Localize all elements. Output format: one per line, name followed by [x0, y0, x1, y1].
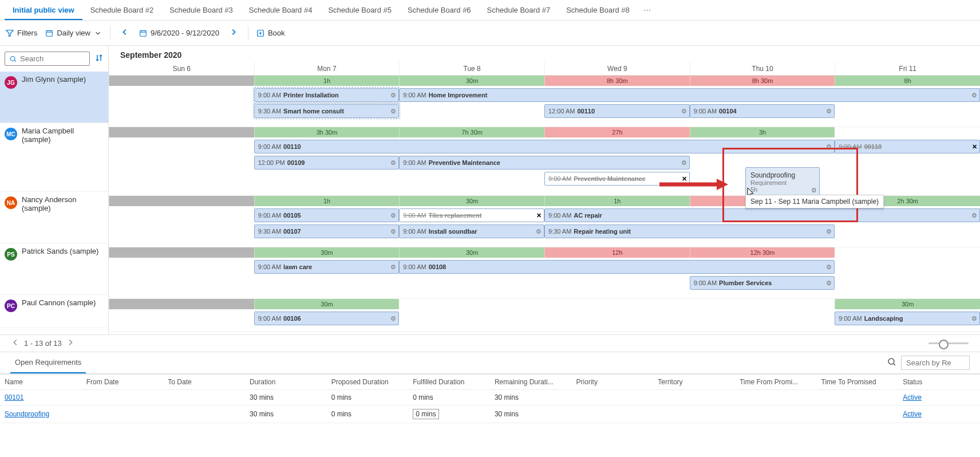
resource-search[interactable]: [5, 52, 90, 66]
more-tabs-button[interactable]: ⋯: [638, 6, 657, 14]
prev-range-button[interactable]: [118, 26, 131, 40]
grid-cell: 30 mins: [245, 390, 327, 405]
board-tab[interactable]: Schedule Board #8: [558, 1, 638, 20]
booking-event[interactable]: 9:00 AMPrinter Installation⚙: [254, 88, 400, 102]
gear-icon: ⚙: [390, 316, 396, 322]
grid-search-button[interactable]: [887, 357, 896, 368]
booking-event[interactable]: 9:00 AM00104⚙: [690, 104, 835, 118]
event-time: 12:00 PM: [258, 159, 285, 166]
pager-prev[interactable]: [11, 338, 19, 348]
grid-row[interactable]: 0010130 mins0 mins0 mins30 minsActive: [0, 390, 980, 405]
grid-cell: 0 mins: [408, 390, 490, 405]
grid-column-header[interactable]: Time To Promised: [817, 375, 899, 390]
grid-column-header[interactable]: Time From Promi...: [735, 375, 817, 390]
booking-event[interactable]: 9:00 AM00105⚙: [254, 208, 400, 222]
sort-button[interactable]: [94, 53, 104, 64]
grid-row[interactable]: Soundproofing30 mins0 mins0 mins30 minsA…: [0, 405, 980, 423]
capacity-cell: 1h: [254, 196, 400, 206]
booking-event[interactable]: 9:00 AMHome Improvement⚙: [399, 88, 980, 102]
avatar: MC: [5, 128, 17, 140]
booking-event[interactable]: 9:00 AMPlumber Services⚙: [690, 276, 835, 290]
next-range-button[interactable]: [227, 26, 240, 40]
resource-row[interactable]: PCPaul Cannon (sample): [0, 295, 108, 328]
event-time: 9:00 AM: [403, 159, 426, 166]
board-tab[interactable]: Schedule Board #6: [400, 1, 479, 20]
board-tab[interactable]: Schedule Board #2: [82, 1, 162, 20]
timeline-row[interactable]: 30m30m12h12h 30m9:00 AMlawn care⚙9:00 AM…: [109, 247, 980, 299]
booking-event[interactable]: 9:00 AMPreventive Maintenance⚙: [399, 156, 689, 170]
booking-event[interactable]: 9:00 AMLandscaping⚙: [835, 312, 980, 325]
status-link[interactable]: Active: [903, 410, 922, 418]
grid-column-header[interactable]: Status: [898, 375, 980, 390]
filter-icon: [6, 29, 14, 37]
booking-event[interactable]: 9:00 AM00106⚙: [254, 312, 400, 325]
board-tab[interactable]: Initial public view: [5, 1, 82, 20]
status-link[interactable]: Active: [903, 393, 922, 401]
grid-column-header[interactable]: Fulfilled Duration: [408, 375, 490, 390]
grid-column-header[interactable]: Duration: [245, 375, 327, 390]
event-time: 9:00 AM: [403, 228, 426, 235]
grid-column-header[interactable]: Priority: [572, 375, 654, 390]
resource-name: Patrick Sands (sample): [22, 247, 98, 255]
event-label: 00105: [283, 212, 301, 219]
capacity-bar: 30m30m12h12h 30m: [109, 247, 980, 258]
grid-column-header[interactable]: Name: [0, 375, 82, 390]
grid-column-header[interactable]: Proposed Duration: [327, 375, 409, 390]
booking-event[interactable]: 12:00 PM00109⚙: [254, 156, 400, 170]
arrow-annotation: [659, 178, 728, 193]
gear-icon: ⚙: [811, 187, 817, 194]
day-column-header: Fri 11: [835, 62, 980, 75]
booking-event[interactable]: 9:00 AMAC repair⚙: [544, 208, 980, 222]
booking-event[interactable]: 9:00 AMInstall soundbar⚙: [399, 224, 544, 238]
timeline-row[interactable]: 30m30m9:00 AM00106⚙9:00 AMLandscaping⚙: [109, 299, 980, 332]
close-icon[interactable]: ✕: [536, 212, 542, 219]
requirements-tab[interactable]: Open Requirements: [10, 352, 86, 373]
board-tab[interactable]: Schedule Board #7: [479, 1, 559, 20]
booking-event[interactable]: 9:00 AMlawn care⚙: [254, 260, 400, 274]
plus-box-icon: [256, 29, 264, 37]
gear-icon: ⚙: [681, 108, 687, 115]
booking-event[interactable]: 9:00 AMTiles replacement✕: [399, 208, 544, 222]
board-tab[interactable]: Schedule Board #5: [320, 1, 400, 20]
avatar: PC: [5, 300, 17, 312]
timeline-row[interactable]: 1h30m8h 30m8h 30m8h9:00 AMPrinter Instal…: [109, 76, 980, 127]
drag-card[interactable]: Soundproofing Requirement 5h ⚙: [745, 167, 820, 197]
timeline-row[interactable]: 3h 30m7h 30m27h3h9:00 AM00110⚙9:00 AM001…: [109, 127, 980, 196]
capacity-cell: 30m: [399, 247, 544, 258]
booking-event[interactable]: 9:30 AMRepair heating unit⚙: [544, 224, 835, 238]
booking-event[interactable]: 12:00 AM00110⚙: [544, 104, 690, 118]
resource-row[interactable]: NANancy Anderson (sample): [0, 192, 108, 243]
view-dropdown[interactable]: Daily view: [45, 29, 102, 37]
event-time: 9:00 AM: [403, 92, 426, 99]
booking-event[interactable]: 9:00 AM00108⚙: [399, 260, 835, 274]
requirement-name-link[interactable]: 00101: [5, 393, 23, 401]
pager-next[interactable]: [66, 338, 74, 348]
avatar: NA: [5, 196, 17, 209]
book-button[interactable]: Book: [256, 29, 285, 37]
event-time: 9:30 AM: [258, 108, 281, 115]
grid-column-header[interactable]: Remaining Durati...: [490, 375, 572, 390]
capacity-cell: 12h: [544, 247, 690, 258]
booking-event[interactable]: 9:00 AM00110⚙: [254, 140, 835, 153]
date-range-picker[interactable]: 9/6/2020 - 9/12/2020: [139, 29, 219, 37]
resource-row[interactable]: MCMaria Campbell (sample): [0, 123, 108, 192]
requirement-name-link[interactable]: Soundproofing: [5, 410, 49, 418]
resource-search-input[interactable]: [20, 54, 85, 63]
booking-event[interactable]: 9:00 AM00110✕: [835, 140, 980, 153]
grid-cell: Active: [898, 405, 980, 423]
board-tab[interactable]: Schedule Board #4: [241, 1, 321, 20]
fulfilled-duration-cell[interactable]: 0 mins: [413, 409, 438, 419]
resource-row[interactable]: PSPatrick Sands (sample): [0, 243, 108, 295]
grid-column-header[interactable]: From Date: [82, 375, 164, 390]
booking-event[interactable]: 9:30 AM00107⚙: [254, 224, 400, 238]
grid-column-header[interactable]: Territory: [653, 375, 735, 390]
grid-search-input[interactable]: [901, 356, 970, 370]
booking-event[interactable]: 9:30 AMSmart home consult⚙: [254, 104, 400, 118]
board-tab[interactable]: Schedule Board #3: [161, 1, 241, 20]
grid-column-header[interactable]: To Date: [163, 375, 245, 390]
resource-row[interactable]: JGJim Glynn (sample): [0, 72, 108, 123]
gear-icon: ⚙: [826, 144, 832, 150]
filters-button[interactable]: Filters: [6, 29, 37, 37]
close-icon[interactable]: ✕: [972, 143, 977, 151]
zoom-slider[interactable]: [928, 342, 969, 344]
